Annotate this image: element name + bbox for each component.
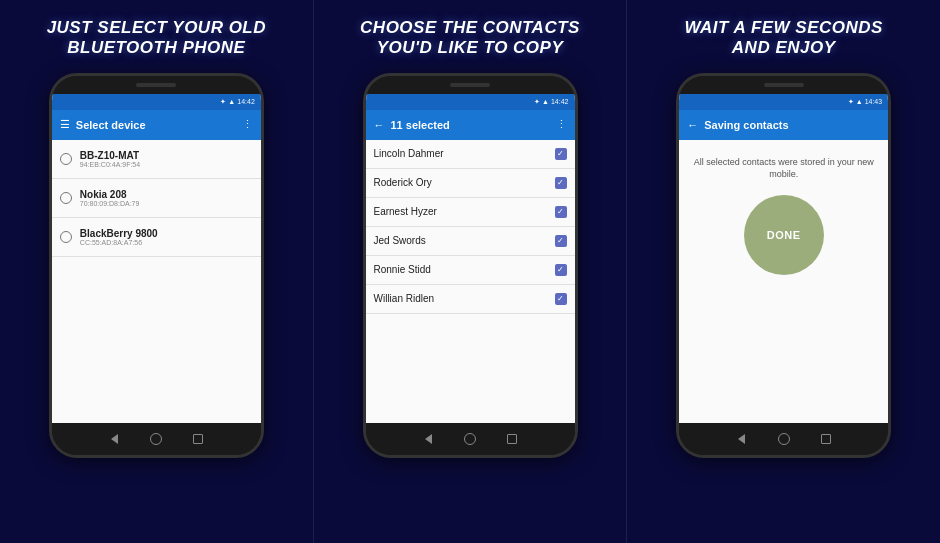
bluetooth-icon: ✦	[220, 98, 226, 106]
phone-3-speaker	[764, 83, 804, 87]
device-item-1[interactable]: BB-Z10-MAT 94:EB:C0:4A:9F:54	[52, 140, 261, 179]
bluetooth-icon-2: ✦	[534, 98, 540, 106]
app-bar-1: ☰ Select device ⋮	[52, 110, 261, 140]
done-screen: All selected contacts were stored in you…	[679, 140, 888, 423]
bluetooth-icon-3: ✦	[848, 98, 854, 106]
device-info-3: BlackBerry 9800 CC:55:AD:8A:A7:56	[80, 228, 158, 246]
device-list: BB-Z10-MAT 94:EB:C0:4A:9F:54 Nokia 208 7…	[52, 140, 261, 423]
phone-1: ✦ ▲ 14:42 ☰ Select device ⋮ BB-Z10-MAT 9…	[49, 73, 264, 458]
phone-3-top	[679, 76, 888, 94]
recents-button-1[interactable]	[191, 432, 205, 446]
device-radio-3[interactable]	[60, 231, 72, 243]
phone-3-screen: ✦ ▲ 14:43 ← Saving contacts All selected…	[679, 94, 888, 423]
home-button-1[interactable]	[149, 432, 163, 446]
done-message: All selected contacts were stored in you…	[687, 156, 880, 181]
recents-button-2[interactable]	[505, 432, 519, 446]
panel-3: WAIT A FEW SECONDS AND ENJOY ✦ ▲ 14:43 ←…	[627, 0, 940, 543]
contact-item-4[interactable]: Jed Swords	[366, 227, 575, 256]
phone-2-bottom	[366, 423, 575, 455]
signal-icon-3: ▲	[856, 98, 863, 105]
device-info-1: BB-Z10-MAT 94:EB:C0:4A:9F:54	[80, 150, 140, 168]
contact-item-6[interactable]: Willian Ridlen	[366, 285, 575, 314]
menu-icon-1[interactable]: ☰	[60, 118, 70, 131]
checkbox-5[interactable]	[555, 264, 567, 276]
contact-item-3[interactable]: Earnest Hyzer	[366, 198, 575, 227]
time-3: 14:43	[865, 98, 883, 105]
phone-speaker	[136, 83, 176, 87]
back-icon-3[interactable]: ←	[687, 119, 698, 131]
device-name-1: BB-Z10-MAT	[80, 150, 140, 161]
device-item-3[interactable]: BlackBerry 9800 CC:55:AD:8A:A7:56	[52, 218, 261, 257]
phone-2-screen: ✦ ▲ 14:42 ← 11 selected ⋮ Lincoln Dahmer…	[366, 94, 575, 423]
checkbox-6[interactable]	[555, 293, 567, 305]
home-button-3[interactable]	[777, 432, 791, 446]
status-bar-3: ✦ ▲ 14:43	[679, 94, 888, 110]
phone-2: ✦ ▲ 14:42 ← 11 selected ⋮ Lincoln Dahmer…	[363, 73, 578, 458]
app-bar-3: ← Saving contacts	[679, 110, 888, 140]
contact-name-2: Roderick Ory	[374, 177, 432, 188]
device-mac-3: CC:55:AD:8A:A7:56	[80, 239, 158, 246]
app-bar-title-3: Saving contacts	[704, 119, 880, 131]
time-1: 14:42	[237, 98, 255, 105]
phone-3: ✦ ▲ 14:43 ← Saving contacts All selected…	[676, 73, 891, 458]
back-button-2[interactable]	[421, 432, 435, 446]
status-bar-2: ✦ ▲ 14:42	[366, 94, 575, 110]
checkbox-4[interactable]	[555, 235, 567, 247]
phone-2-speaker	[450, 83, 490, 87]
panel-3-title: WAIT A FEW SECONDS AND ENJOY	[684, 18, 883, 59]
contact-name-6: Willian Ridlen	[374, 293, 435, 304]
panel-1: JUST SELECT YOUR OLD BLUETOOTH PHONE ✦ ▲…	[0, 0, 313, 543]
panel-2: CHOOSE THE CONTACTS YOU'D LIKE TO COPY ✦…	[314, 0, 627, 543]
checkbox-3[interactable]	[555, 206, 567, 218]
app-bar-title-1: Select device	[76, 119, 236, 131]
app-bar-2: ← 11 selected ⋮	[366, 110, 575, 140]
panel-2-title: CHOOSE THE CONTACTS YOU'D LIKE TO COPY	[360, 18, 580, 59]
phone-3-bottom	[679, 423, 888, 455]
phone-1-bottom	[52, 423, 261, 455]
device-radio-2[interactable]	[60, 192, 72, 204]
device-name-2: Nokia 208	[80, 189, 140, 200]
home-button-2[interactable]	[463, 432, 477, 446]
status-bar-1: ✦ ▲ 14:42	[52, 94, 261, 110]
more-icon-1[interactable]: ⋮	[242, 118, 253, 131]
app-bar-title-2: 11 selected	[391, 119, 550, 131]
device-item-2[interactable]: Nokia 208 70:80:09:D8:DA:79	[52, 179, 261, 218]
device-radio-1[interactable]	[60, 153, 72, 165]
more-icon-2[interactable]: ⋮	[556, 118, 567, 131]
contact-name-1: Lincoln Dahmer	[374, 148, 444, 159]
contact-item-1[interactable]: Lincoln Dahmer	[366, 140, 575, 169]
device-mac-1: 94:EB:C0:4A:9F:54	[80, 161, 140, 168]
contact-name-5: Ronnie Stidd	[374, 264, 431, 275]
done-button[interactable]: DONE	[744, 195, 824, 275]
back-button-1[interactable]	[107, 432, 121, 446]
contact-item-2[interactable]: Roderick Ory	[366, 169, 575, 198]
contact-name-4: Jed Swords	[374, 235, 426, 246]
contact-item-5[interactable]: Ronnie Stidd	[366, 256, 575, 285]
contact-list: Lincoln Dahmer Roderick Ory Earnest Hyze…	[366, 140, 575, 423]
signal-icon: ▲	[228, 98, 235, 105]
back-icon-2[interactable]: ←	[374, 119, 385, 131]
checkbox-2[interactable]	[555, 177, 567, 189]
recents-button-3[interactable]	[819, 432, 833, 446]
phone-1-screen: ✦ ▲ 14:42 ☰ Select device ⋮ BB-Z10-MAT 9…	[52, 94, 261, 423]
time-2: 14:42	[551, 98, 569, 105]
device-info-2: Nokia 208 70:80:09:D8:DA:79	[80, 189, 140, 207]
contact-name-3: Earnest Hyzer	[374, 206, 437, 217]
back-button-3[interactable]	[735, 432, 749, 446]
phone-1-top	[52, 76, 261, 94]
panel-1-title: JUST SELECT YOUR OLD BLUETOOTH PHONE	[47, 18, 266, 59]
phone-2-top	[366, 76, 575, 94]
device-mac-2: 70:80:09:D8:DA:79	[80, 200, 140, 207]
signal-icon-2: ▲	[542, 98, 549, 105]
device-name-3: BlackBerry 9800	[80, 228, 158, 239]
checkbox-1[interactable]	[555, 148, 567, 160]
